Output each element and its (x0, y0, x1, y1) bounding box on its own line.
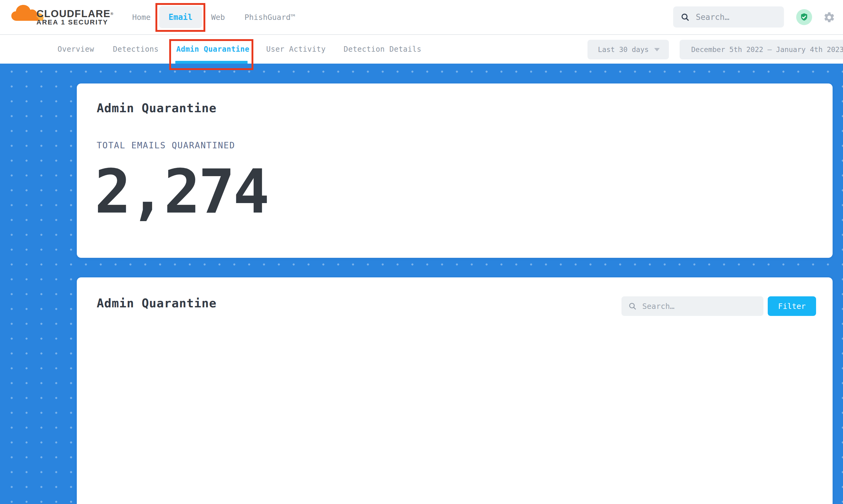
protection-status-badge[interactable] (796, 9, 812, 25)
search-icon (681, 13, 690, 22)
quarantine-table-card: Admin Quarantine Filter DATE/DISPOSITION… (77, 277, 832, 504)
shield-check-icon (800, 13, 809, 22)
global-search-input[interactable] (695, 12, 777, 22)
tab-admin-quarantine[interactable]: Admin Quarantine (176, 35, 249, 64)
date-range-display[interactable]: December 5th 2022 — January 4th 2023 (680, 40, 843, 59)
search-icon (628, 302, 637, 310)
tab-overview[interactable]: Overview (57, 35, 94, 64)
quarantine-summary-card: Admin Quarantine TOTAL EMAILS QUARANTINE… (77, 84, 832, 258)
table-search-box[interactable] (621, 296, 763, 316)
tab-detection-details[interactable]: Detection Details (344, 35, 421, 64)
chevron-down-icon (654, 48, 660, 51)
global-search-box[interactable] (673, 6, 784, 28)
settings-gear-icon[interactable] (823, 11, 835, 23)
page-background: Admin Quarantine TOTAL EMAILS QUARANTINE… (0, 64, 843, 504)
summary-card-title: Admin Quarantine (97, 101, 217, 115)
table-card-title: Admin Quarantine (97, 296, 217, 310)
total-quarantined-value: 2,274 (94, 152, 268, 232)
total-quarantined-label: TOTAL EMAILS QUARANTINED (97, 140, 235, 150)
logo-subtitle: AREA 1 SECURITY (36, 18, 114, 26)
tab-detections[interactable]: Detections (113, 35, 159, 64)
email-subnav: Overview Detections Admin Quarantine Use… (0, 35, 843, 64)
topnav-web[interactable]: Web (211, 0, 225, 34)
date-range-dropdown[interactable]: Last 30 days (587, 40, 669, 59)
top-header-bar: CLOUDFLARE® AREA 1 SECURITY Home Email W… (0, 0, 843, 35)
topnav-email[interactable]: Email (159, 6, 202, 28)
date-range-text: December 5th 2022 — January 4th 2023 (691, 46, 843, 54)
tab-user-activity[interactable]: User Activity (266, 35, 326, 64)
table-search-input[interactable] (642, 302, 757, 311)
topnav-home[interactable]: Home (132, 0, 151, 34)
active-tab-underline (175, 61, 248, 64)
topnav-phishguard[interactable]: PhishGuard™ (245, 0, 295, 34)
filter-button[interactable]: Filter (768, 296, 816, 316)
date-range-dropdown-label: Last 30 days (598, 46, 649, 54)
registered-mark: ® (110, 12, 113, 16)
logo-brand: CLOUDFLARE® (36, 9, 114, 18)
